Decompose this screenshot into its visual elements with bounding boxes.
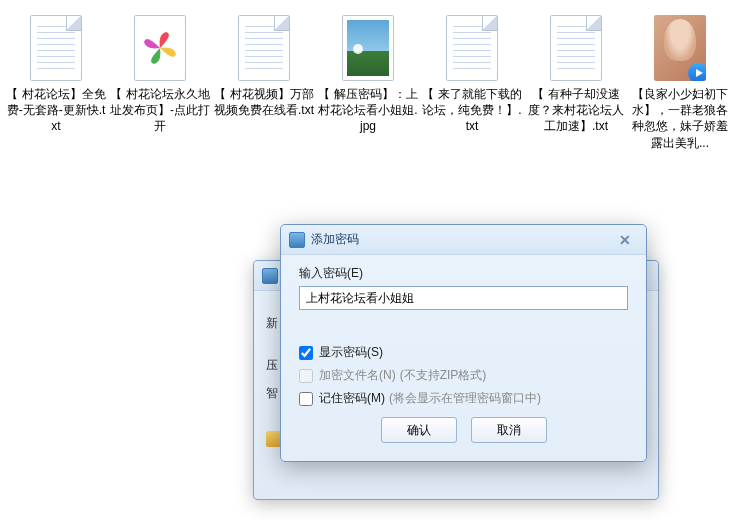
encrypt-filenames-label: 加密文件名(N) [319, 367, 396, 384]
add-password-dialog: 添加密码 ✕ 输入密码(E) 显示密码(S) 加密文件名(N) (不支持ZIP格… [280, 224, 647, 462]
file-grid: 【 村花论坛】全免费-无套路-更新快.txt【 村花论坛永久地址发布页】-点此打… [0, 0, 753, 163]
app-icon [289, 232, 305, 248]
file-item[interactable]: 【 村花论坛永久地址发布页】-点此打开 [108, 8, 212, 155]
remember-password-hint: (将会显示在管理密码窗口中) [389, 390, 541, 407]
cancel-button[interactable]: 取消 [471, 417, 547, 443]
file-item[interactable]: 【 村花视频】万部视频免费在线看.txt [212, 8, 316, 155]
dialog-body: 输入密码(E) 显示密码(S) 加密文件名(N) (不支持ZIP格式) 记住密码… [281, 255, 646, 461]
encrypt-filenames-row[interactable]: 加密文件名(N) (不支持ZIP格式) [299, 367, 628, 384]
txt-file-icon [234, 12, 294, 84]
file-item[interactable]: 【 有种子却没速度？来村花论坛人工加速】.txt [524, 8, 628, 155]
txt-file-icon [546, 12, 606, 84]
password-label: 输入密码(E) [299, 265, 628, 282]
shortcut-icon [130, 12, 190, 84]
file-item[interactable]: 【 解压密码】：上村花论坛看小姐姐.jpg [316, 8, 420, 155]
remember-password-checkbox[interactable] [299, 392, 313, 406]
file-label: 【 解压密码】：上村花论坛看小姐姐.jpg [318, 86, 418, 135]
dialog-title: 添加密码 [311, 231, 612, 248]
jpg-file-icon [338, 12, 398, 84]
dialog-buttons: 确认 取消 [299, 407, 628, 447]
file-label: 【 有种子却没速度？来村花论坛人工加速】.txt [526, 86, 626, 135]
file-label: 【 来了就能下载的论坛，纯免费！】.txt [422, 86, 522, 135]
file-label: 【 村花视频】万部视频免费在线看.txt [214, 86, 314, 118]
show-password-checkbox[interactable] [299, 346, 313, 360]
encrypt-filenames-hint: (不支持ZIP格式) [400, 367, 487, 384]
parent-label-compress: 压 [266, 357, 278, 374]
play-icon [688, 63, 706, 81]
ok-button[interactable]: 确认 [381, 417, 457, 443]
file-item[interactable]: 【良家小少妇初下水】，一群老狼各种忽悠，妹子娇羞露出美乳... [628, 8, 732, 155]
remember-password-label: 记住密码(M) [319, 390, 385, 407]
remember-password-row[interactable]: 记住密码(M) (将会显示在管理密码窗口中) [299, 390, 628, 407]
close-icon[interactable]: ✕ [612, 231, 638, 249]
file-item[interactable]: 【 来了就能下载的论坛，纯免费！】.txt [420, 8, 524, 155]
txt-file-icon [442, 12, 502, 84]
password-input[interactable] [299, 286, 628, 310]
file-label: 【良家小少妇初下水】，一群老狼各种忽悠，妹子娇羞露出美乳... [630, 86, 730, 151]
show-password-label: 显示密码(S) [319, 344, 383, 361]
parent-label-new: 新 [266, 315, 278, 332]
video-thumbnail-icon [650, 12, 710, 84]
dialog-titlebar[interactable]: 添加密码 ✕ [281, 225, 646, 255]
file-label: 【 村花论坛永久地址发布页】-点此打开 [110, 86, 210, 135]
encrypt-filenames-checkbox [299, 369, 313, 383]
parent-label-smart: 智 [266, 385, 278, 402]
app-icon [262, 268, 278, 284]
file-label: 【 村花论坛】全免费-无套路-更新快.txt [6, 86, 106, 135]
show-password-row[interactable]: 显示密码(S) [299, 344, 628, 361]
txt-file-icon [26, 12, 86, 84]
file-item[interactable]: 【 村花论坛】全免费-无套路-更新快.txt [4, 8, 108, 155]
